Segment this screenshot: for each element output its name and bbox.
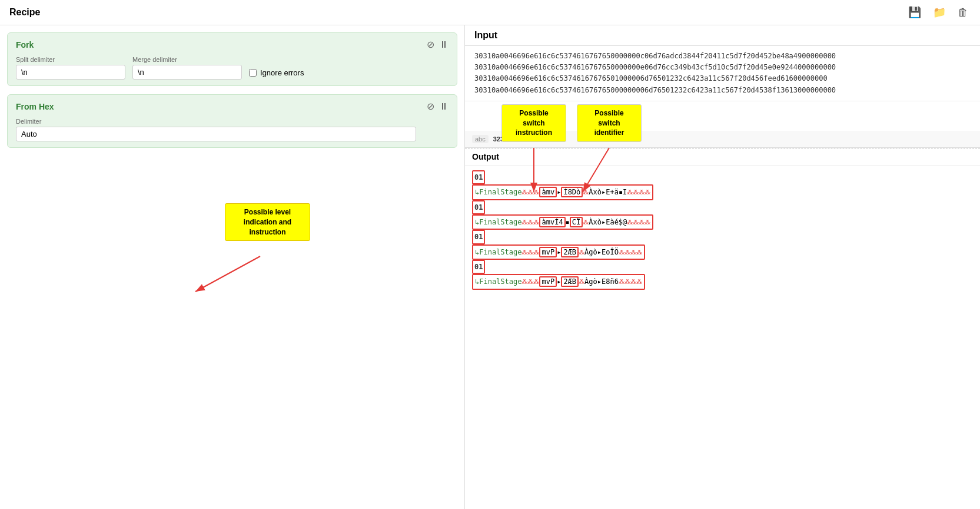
- ignore-errors-group: Ignore errors: [249, 68, 304, 77]
- folder-button[interactable]: 📁: [931, 5, 948, 20]
- from-hex-block-header: From Hex ⊘ ⏸: [16, 101, 449, 112]
- output-title: Output: [465, 148, 980, 166]
- output-content-2: ↳FinalStage⁂⁂⁂mvP▸2ÆB⁂Àgò▸EoÎÖ⁂⁂⁂⁂: [472, 244, 645, 260]
- split-delimiter-group: Split delimiter: [16, 56, 125, 80]
- annotation-arrows: [7, 156, 457, 303]
- output-rows-wrapper: 01 ↳FinalStage⁂⁂⁂àmv▸Í8Dò⁂Àxò▸E+ä▪I⁂⁂⁂⁂ …: [465, 166, 980, 295]
- input-line-4: 30310a0046696e616c6c53746167676500000000…: [474, 85, 971, 96]
- fork-fields: Split delimiter Merge delimiter Ignore e…: [16, 56, 449, 80]
- output-hex-1: 01: [472, 200, 485, 214]
- merge-delimiter-group: Merge delimiter: [132, 56, 242, 80]
- tooltip-level-text: Possible levelindication andinstruction: [244, 208, 291, 236]
- tooltip-switch-instruction: Possibleswitchinstruction: [501, 104, 566, 142]
- right-panel: Input 30310a0046696e616c6c53746167676500…: [465, 25, 980, 509]
- input-title: Input: [465, 25, 980, 46]
- output-row-0: 01: [472, 170, 973, 184]
- output-row-1b: ↳FinalStage⁂⁂⁂àmvÍ4▪CÏ⁂Àxò▸Eàé$@⁂⁂⁂⁂: [472, 214, 973, 230]
- output-content-1: ↳FinalStage⁂⁂⁂àmvÍ4▪CÏ⁂Àxò▸Eàé$@⁂⁂⁂⁂: [472, 214, 653, 230]
- output-content: 01 ↳FinalStage⁂⁂⁂àmv▸Í8Dò⁂Àxò▸E+ä▪I⁂⁂⁂⁂ …: [465, 166, 980, 295]
- output-content-3: ↳FinalStage⁂⁂⁂mvP▸2ÆB⁂Àgò▸E8ñ6⁂⁂⁂⁂: [472, 274, 645, 289]
- ignore-errors-label: Ignore errors: [260, 68, 304, 77]
- input-hex-area: 30310a0046696e616c6c5374616767650000000c…: [465, 46, 980, 101]
- delimiter-label: Delimiter: [16, 118, 416, 125]
- save-button[interactable]: 💾: [906, 5, 923, 20]
- output-row-2: 01: [472, 230, 973, 244]
- from-hex-block-title: From Hex: [16, 102, 54, 111]
- output-content-0: ↳FinalStage⁂⁂⁂àmv▸Í8Dò⁂Àxò▸E+ä▪I⁂⁂⁂⁂: [472, 184, 653, 200]
- fork-disable-button[interactable]: ⊘: [427, 39, 434, 50]
- fork-block: Fork ⊘ ⏸ Split delimiter Merge delimiter: [7, 32, 457, 86]
- from-hex-disable-button[interactable]: ⊘: [427, 101, 434, 112]
- top-bar: Recipe 💾 📁 🗑: [0, 0, 980, 25]
- output-row-1: 01: [472, 200, 973, 214]
- split-delimiter-label: Split delimiter: [16, 56, 125, 63]
- output-hex-2: 01: [472, 230, 485, 244]
- main-layout: Fork ⊘ ⏸ Split delimiter Merge delimiter: [0, 25, 980, 509]
- from-hex-block: From Hex ⊘ ⏸ Delimiter: [7, 94, 457, 148]
- from-hex-block-controls: ⊘ ⏸: [427, 101, 449, 112]
- output-hex-0: 01: [472, 170, 485, 184]
- delimiter-group: Delimiter: [16, 118, 416, 141]
- merge-delimiter-input[interactable]: [132, 65, 242, 80]
- from-hex-pause-button[interactable]: ⏸: [439, 101, 449, 112]
- toolbar-icons: 💾 📁 🗑: [906, 5, 971, 20]
- input-line-3: 30310a0046696e616c6c53746167676501000006…: [474, 73, 971, 84]
- fork-block-controls: ⊘ ⏸: [427, 39, 449, 50]
- from-hex-fields: Delimiter: [16, 118, 449, 141]
- output-type-badge: abc: [472, 135, 489, 143]
- page-title: Recipe: [9, 7, 906, 18]
- separator-area: Possibleswitchinstruction Possibleswitch…: [465, 101, 980, 148]
- input-line-2: 30310a0046696e616c6c5374616767650000000e…: [474, 62, 971, 73]
- fork-pause-button[interactable]: ⏸: [439, 39, 449, 50]
- split-delimiter-input[interactable]: [16, 65, 125, 80]
- output-row-0b: ↳FinalStage⁂⁂⁂àmv▸Í8Dò⁂Àxò▸E+ä▪I⁂⁂⁂⁂: [472, 184, 973, 200]
- delete-button[interactable]: 🗑: [955, 5, 971, 20]
- ignore-errors-checkbox[interactable]: [249, 69, 257, 77]
- merge-delimiter-label: Merge delimiter: [132, 56, 242, 63]
- fork-block-header: Fork ⊘ ⏸: [16, 39, 449, 50]
- output-row-2b: ↳FinalStage⁂⁂⁂mvP▸2ÆB⁂Àgò▸EoÎÖ⁂⁂⁂⁂: [472, 244, 973, 260]
- output-hex-3: 01: [472, 260, 485, 274]
- annotation-area: Possible levelindication andinstruction: [7, 156, 457, 303]
- tooltip-switch-identifier: Possibleswitchidentifier: [577, 104, 642, 142]
- fork-block-title: Fork: [16, 40, 34, 49]
- svg-line-1: [195, 256, 260, 292]
- tooltip-level-indication: Possible levelindication andinstruction: [225, 203, 310, 241]
- output-row-3b: ↳FinalStage⁂⁂⁂mvP▸2ÆB⁂Àgò▸E8ñ6⁂⁂⁂⁂: [472, 274, 973, 289]
- left-panel: Fork ⊘ ⏸ Split delimiter Merge delimiter: [0, 25, 465, 509]
- output-row-3: 01: [472, 260, 973, 274]
- delimiter-input[interactable]: [16, 127, 416, 141]
- input-line-1: 30310a0046696e616c6c5374616767650000000c…: [474, 51, 971, 62]
